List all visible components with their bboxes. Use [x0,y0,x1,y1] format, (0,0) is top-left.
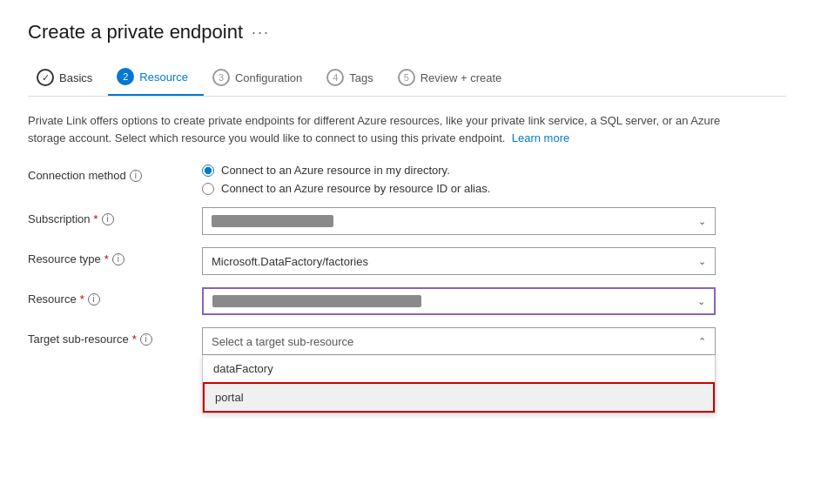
tab-review-circle: 5 [398,69,415,86]
resource-control: ⌄ [202,287,724,315]
tab-configuration-label: Configuration [235,71,302,84]
option-portal[interactable]: portal [203,382,715,413]
description-text: Private Link offers options to create pr… [28,112,742,146]
resource-info-icon[interactable]: i [88,293,100,306]
tab-tags[interactable]: 4 Tags [318,62,388,95]
connection-method-info-icon[interactable]: i [130,170,142,182]
page-title-container: Create a private endpoint ··· [28,21,786,44]
radio-directory-input[interactable] [202,165,214,177]
page-title: Create a private endpoint [28,21,243,44]
resource-dropdown[interactable]: ⌄ [202,287,716,315]
connection-method-row: Connection method i Connect to an Azure … [28,164,786,195]
connection-method-label: Connection method i [28,164,202,182]
wizard-tabs: ✓ Basics 2 Resource 3 Configuration 4 Ta… [28,61,786,97]
tab-review[interactable]: 5 Review + create [389,62,518,95]
radio-resourceid[interactable]: Connect to an Azure resource by resource… [202,182,724,195]
tab-basics[interactable]: ✓ Basics [28,62,108,95]
target-sub-resource-info-icon[interactable]: i [140,333,152,346]
subscription-required: * [94,212,98,225]
target-sub-resource-menu: dataFactory portal [202,355,716,413]
resource-type-required: * [104,252,109,265]
resource-type-info-icon[interactable]: i [112,253,124,265]
resource-value-blurred [212,295,421,307]
tab-review-label: Review + create [420,71,502,84]
connection-method-options: Connect to an Azure resource in my direc… [202,164,724,195]
target-sub-resource-dropdown[interactable]: Select a target sub-resource ⌃ [202,327,716,355]
resource-label: Resource * i [28,287,202,306]
target-sub-resource-control: Select a target sub-resource ⌃ dataFacto… [202,327,716,355]
subscription-control: ⌄ [202,207,724,235]
target-sub-resource-label: Target sub-resource * i [28,327,202,346]
tab-configuration[interactable]: 3 Configuration [204,62,318,95]
subscription-dropdown[interactable]: ⌄ [202,207,716,235]
tab-resource-label: Resource [139,71,188,84]
resource-type-control: Microsoft.DataFactory/factories ⌄ [202,247,724,275]
subscription-row: Subscription * i ⌄ [28,207,786,235]
resource-type-dropdown[interactable]: Microsoft.DataFactory/factories ⌄ [202,247,716,275]
resource-type-label: Resource type * i [28,247,202,265]
subscription-value-blurred [212,215,333,227]
target-sub-resource-placeholder: Select a target sub-resource [212,335,353,348]
page-title-ellipsis: ··· [252,24,270,42]
subscription-label: Subscription * i [28,207,202,225]
resource-type-value: Microsoft.DataFactory/factories [212,255,368,268]
tab-resource[interactable]: 2 Resource [108,61,204,96]
resource-required: * [80,292,84,306]
radio-directory[interactable]: Connect to an Azure resource in my direc… [202,164,724,177]
resource-row: Resource * i ⌄ [28,287,786,315]
target-sub-resource-row: Target sub-resource * i Select a target … [28,327,786,355]
radio-resourceid-input[interactable] [202,183,214,195]
target-sub-resource-required: * [132,333,137,346]
target-sub-resource-arrow: ⌃ [698,336,706,347]
option-dataFactory[interactable]: dataFactory [203,355,715,382]
resource-type-arrow: ⌄ [698,256,706,267]
resource-arrow: ⌄ [697,296,705,307]
tab-tags-circle: 4 [326,69,344,86]
subscription-arrow: ⌄ [698,216,706,227]
tab-basics-label: Basics [59,71,92,84]
tab-configuration-circle: 3 [212,69,230,86]
tab-resource-circle: 2 [117,68,134,85]
tab-basics-circle: ✓ [37,69,54,86]
tab-tags-label: Tags [349,71,373,84]
learn-more-link[interactable]: Learn more [512,131,569,144]
resource-type-row: Resource type * i Microsoft.DataFactory/… [28,247,786,275]
subscription-info-icon[interactable]: i [102,213,114,225]
